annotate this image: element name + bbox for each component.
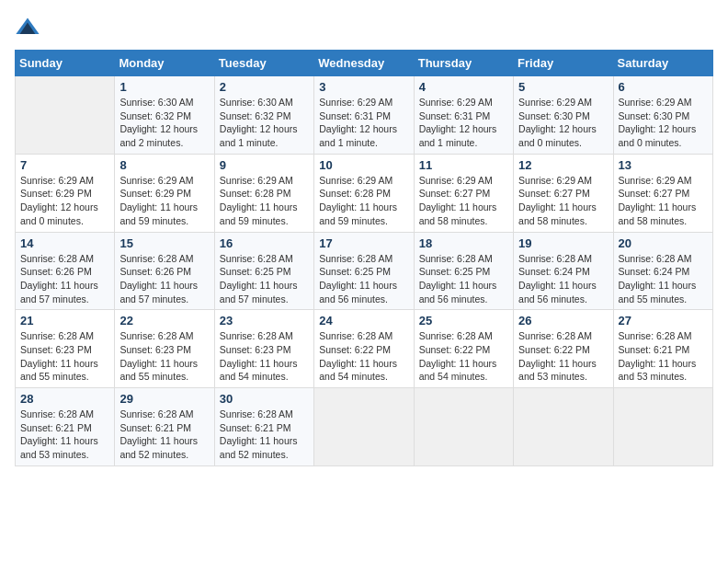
day-info: Sunrise: 6:28 AMSunset: 6:21 PMDaylight:… bbox=[619, 329, 708, 384]
day-number: 22 bbox=[119, 314, 209, 327]
day-number: 20 bbox=[619, 236, 708, 250]
day-number: 10 bbox=[319, 158, 408, 172]
calendar-cell: 8Sunrise: 6:29 AMSunset: 6:29 PMDaylight… bbox=[115, 154, 214, 232]
weekday-header-saturday: Saturday bbox=[613, 51, 712, 76]
calendar-week-2: 7Sunrise: 6:29 AMSunset: 6:29 PMDaylight… bbox=[16, 154, 713, 232]
logo bbox=[15, 15, 44, 40]
day-number: 5 bbox=[518, 80, 608, 94]
calendar-cell bbox=[613, 388, 712, 466]
calendar-cell bbox=[514, 388, 613, 466]
day-number: 29 bbox=[119, 392, 209, 406]
day-info: Sunrise: 6:28 AMSunset: 6:21 PMDaylight:… bbox=[220, 408, 309, 462]
day-info: Sunrise: 6:30 AMSunset: 6:32 PMDaylight:… bbox=[220, 96, 309, 150]
calendar-cell: 30Sunrise: 6:28 AMSunset: 6:21 PMDayligh… bbox=[214, 388, 313, 466]
calendar-cell: 14Sunrise: 6:28 AMSunset: 6:26 PMDayligh… bbox=[16, 232, 115, 310]
day-info: Sunrise: 6:29 AMSunset: 6:31 PMDaylight:… bbox=[419, 96, 508, 150]
day-info: Sunrise: 6:28 AMSunset: 6:26 PMDaylight:… bbox=[119, 252, 209, 306]
day-number: 1 bbox=[119, 80, 209, 94]
day-info: Sunrise: 6:28 AMSunset: 6:22 PMDaylight:… bbox=[518, 329, 608, 384]
calendar-cell: 20Sunrise: 6:28 AMSunset: 6:24 PMDayligh… bbox=[613, 232, 712, 310]
calendar-cell: 12Sunrise: 6:29 AMSunset: 6:27 PMDayligh… bbox=[514, 154, 613, 232]
calendar-cell: 7Sunrise: 6:29 AMSunset: 6:29 PMDaylight… bbox=[16, 154, 115, 232]
calendar-week-1: 1Sunrise: 6:30 AMSunset: 6:32 PMDaylight… bbox=[16, 76, 713, 155]
day-number: 23 bbox=[220, 314, 309, 327]
calendar-cell: 10Sunrise: 6:29 AMSunset: 6:28 PMDayligh… bbox=[314, 154, 414, 232]
day-number: 26 bbox=[518, 314, 608, 327]
calendar-cell: 27Sunrise: 6:28 AMSunset: 6:21 PMDayligh… bbox=[613, 310, 712, 388]
day-info: Sunrise: 6:29 AMSunset: 6:28 PMDaylight:… bbox=[220, 174, 309, 228]
calendar-cell: 29Sunrise: 6:28 AMSunset: 6:21 PMDayligh… bbox=[115, 388, 214, 466]
day-info: Sunrise: 6:30 AMSunset: 6:32 PMDaylight:… bbox=[119, 96, 209, 150]
calendar-cell: 23Sunrise: 6:28 AMSunset: 6:23 PMDayligh… bbox=[214, 310, 313, 388]
day-number: 3 bbox=[319, 80, 408, 94]
day-info: Sunrise: 6:28 AMSunset: 6:23 PMDaylight:… bbox=[20, 329, 109, 384]
calendar-cell: 4Sunrise: 6:29 AMSunset: 6:31 PMDaylight… bbox=[414, 76, 513, 155]
day-info: Sunrise: 6:29 AMSunset: 6:27 PMDaylight:… bbox=[419, 174, 508, 228]
weekday-header-sunday: Sunday bbox=[16, 51, 115, 76]
day-info: Sunrise: 6:29 AMSunset: 6:30 PMDaylight:… bbox=[619, 96, 708, 150]
day-number: 14 bbox=[20, 236, 109, 250]
calendar-cell: 9Sunrise: 6:29 AMSunset: 6:28 PMDaylight… bbox=[214, 154, 313, 232]
day-number: 19 bbox=[518, 236, 608, 250]
day-info: Sunrise: 6:28 AMSunset: 6:23 PMDaylight:… bbox=[220, 329, 309, 384]
calendar-cell bbox=[414, 388, 513, 466]
weekday-header-monday: Monday bbox=[115, 51, 214, 76]
calendar-cell: 15Sunrise: 6:28 AMSunset: 6:26 PMDayligh… bbox=[115, 232, 214, 310]
day-info: Sunrise: 6:28 AMSunset: 6:24 PMDaylight:… bbox=[518, 252, 608, 306]
page-header bbox=[15, 15, 713, 40]
day-number: 30 bbox=[220, 392, 309, 406]
day-info: Sunrise: 6:29 AMSunset: 6:30 PMDaylight:… bbox=[518, 96, 608, 150]
day-number: 28 bbox=[20, 392, 109, 406]
day-info: Sunrise: 6:28 AMSunset: 6:24 PMDaylight:… bbox=[619, 252, 708, 306]
calendar-cell bbox=[16, 76, 115, 155]
calendar-cell: 11Sunrise: 6:29 AMSunset: 6:27 PMDayligh… bbox=[414, 154, 513, 232]
calendar-cell: 17Sunrise: 6:28 AMSunset: 6:25 PMDayligh… bbox=[314, 232, 414, 310]
day-number: 4 bbox=[419, 80, 508, 94]
day-number: 13 bbox=[619, 158, 708, 172]
calendar-cell: 19Sunrise: 6:28 AMSunset: 6:24 PMDayligh… bbox=[514, 232, 613, 310]
day-info: Sunrise: 6:28 AMSunset: 6:22 PMDaylight:… bbox=[319, 329, 408, 384]
day-number: 11 bbox=[419, 158, 508, 172]
calendar-cell: 26Sunrise: 6:28 AMSunset: 6:22 PMDayligh… bbox=[514, 310, 613, 388]
day-number: 2 bbox=[220, 80, 309, 94]
calendar-table: SundayMondayTuesdayWednesdayThursdayFrid… bbox=[15, 50, 713, 466]
calendar-week-5: 28Sunrise: 6:28 AMSunset: 6:21 PMDayligh… bbox=[16, 388, 713, 466]
calendar-cell: 16Sunrise: 6:28 AMSunset: 6:25 PMDayligh… bbox=[214, 232, 313, 310]
day-number: 8 bbox=[119, 158, 209, 172]
day-number: 25 bbox=[419, 314, 508, 327]
day-number: 9 bbox=[220, 158, 309, 172]
calendar-cell: 28Sunrise: 6:28 AMSunset: 6:21 PMDayligh… bbox=[16, 388, 115, 466]
day-info: Sunrise: 6:28 AMSunset: 6:23 PMDaylight:… bbox=[119, 329, 209, 384]
day-number: 16 bbox=[220, 236, 309, 250]
calendar-cell: 1Sunrise: 6:30 AMSunset: 6:32 PMDaylight… bbox=[115, 76, 214, 155]
calendar-cell bbox=[314, 388, 414, 466]
logo-icon bbox=[15, 15, 40, 40]
calendar-cell: 5Sunrise: 6:29 AMSunset: 6:30 PMDaylight… bbox=[514, 76, 613, 155]
day-info: Sunrise: 6:28 AMSunset: 6:21 PMDaylight:… bbox=[20, 408, 109, 462]
day-number: 27 bbox=[619, 314, 708, 327]
day-number: 6 bbox=[619, 80, 708, 94]
day-info: Sunrise: 6:29 AMSunset: 6:29 PMDaylight:… bbox=[119, 174, 209, 228]
day-info: Sunrise: 6:29 AMSunset: 6:28 PMDaylight:… bbox=[319, 174, 408, 228]
day-info: Sunrise: 6:28 AMSunset: 6:25 PMDaylight:… bbox=[319, 252, 408, 306]
calendar-cell: 24Sunrise: 6:28 AMSunset: 6:22 PMDayligh… bbox=[314, 310, 414, 388]
weekday-header-tuesday: Tuesday bbox=[214, 51, 313, 76]
day-info: Sunrise: 6:28 AMSunset: 6:22 PMDaylight:… bbox=[419, 329, 508, 384]
day-number: 12 bbox=[518, 158, 608, 172]
calendar-week-4: 21Sunrise: 6:28 AMSunset: 6:23 PMDayligh… bbox=[16, 310, 713, 388]
calendar-cell: 18Sunrise: 6:28 AMSunset: 6:25 PMDayligh… bbox=[414, 232, 513, 310]
calendar-cell: 22Sunrise: 6:28 AMSunset: 6:23 PMDayligh… bbox=[115, 310, 214, 388]
day-info: Sunrise: 6:29 AMSunset: 6:29 PMDaylight:… bbox=[20, 174, 109, 228]
calendar-cell: 3Sunrise: 6:29 AMSunset: 6:31 PMDaylight… bbox=[314, 76, 414, 155]
calendar-week-3: 14Sunrise: 6:28 AMSunset: 6:26 PMDayligh… bbox=[16, 232, 713, 310]
calendar-cell: 6Sunrise: 6:29 AMSunset: 6:30 PMDaylight… bbox=[613, 76, 712, 155]
day-number: 7 bbox=[20, 158, 109, 172]
calendar-cell: 25Sunrise: 6:28 AMSunset: 6:22 PMDayligh… bbox=[414, 310, 513, 388]
calendar-cell: 21Sunrise: 6:28 AMSunset: 6:23 PMDayligh… bbox=[16, 310, 115, 388]
day-number: 17 bbox=[319, 236, 408, 250]
day-info: Sunrise: 6:29 AMSunset: 6:27 PMDaylight:… bbox=[619, 174, 708, 228]
weekday-header-friday: Friday bbox=[514, 51, 613, 76]
weekday-header-wednesday: Wednesday bbox=[314, 51, 414, 76]
calendar-cell: 2Sunrise: 6:30 AMSunset: 6:32 PMDaylight… bbox=[214, 76, 313, 155]
day-info: Sunrise: 6:28 AMSunset: 6:25 PMDaylight:… bbox=[419, 252, 508, 306]
